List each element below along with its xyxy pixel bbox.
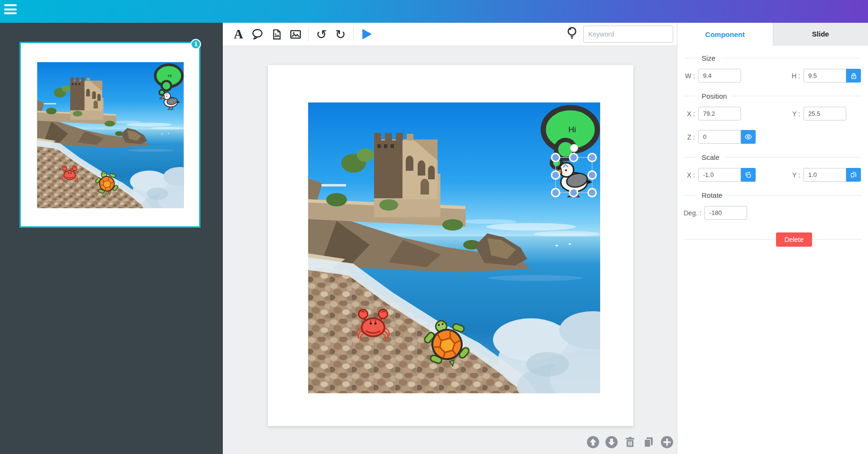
delete-component-button[interactable]: Delete xyxy=(776,232,812,247)
play-icon xyxy=(360,28,373,40)
rotate-deg-input[interactable] xyxy=(704,206,747,220)
present-button[interactable] xyxy=(358,26,375,42)
toolbar-separator xyxy=(353,27,354,41)
duplicate-icon xyxy=(642,435,655,449)
rotate-handle[interactable] xyxy=(570,144,578,152)
eye-icon xyxy=(744,133,752,141)
flip-horizontal-button[interactable] xyxy=(741,168,756,182)
selection-handle[interactable] xyxy=(570,189,578,197)
send-backward-button[interactable] xyxy=(605,435,618,449)
selection-handle[interactable] xyxy=(588,154,596,162)
position-x-label: X : xyxy=(684,110,695,118)
lightbulb-icon xyxy=(566,26,578,40)
position-x-input[interactable] xyxy=(698,107,741,120)
inspector-panel: Component Slide Size W : H : xyxy=(677,23,868,454)
scale-x-label: X : xyxy=(684,171,695,179)
height-label: H : xyxy=(789,72,800,80)
arrow-up-circle-icon xyxy=(586,435,600,449)
toolbar-separator xyxy=(308,27,309,41)
scale-y-input[interactable] xyxy=(804,168,846,182)
selection-handle[interactable] xyxy=(552,154,560,162)
selection-handle[interactable] xyxy=(552,171,560,179)
redo-button[interactable]: ↻ xyxy=(332,26,348,42)
selection-handle[interactable] xyxy=(588,189,596,197)
keyword-search-input[interactable] xyxy=(583,26,673,43)
selection-handle[interactable] xyxy=(570,154,578,162)
slide-thumbnail-preview xyxy=(37,62,184,208)
trash-icon xyxy=(623,435,637,449)
arrow-down-circle-icon xyxy=(605,435,618,449)
add-speech-bubble-button[interactable] xyxy=(249,26,265,42)
lock-icon xyxy=(850,72,858,80)
size-section-title: Size xyxy=(684,54,862,62)
rotate-section-title: Rotate xyxy=(684,191,862,199)
slide-photo[interactable] xyxy=(308,102,600,393)
layer-actions-bar xyxy=(586,435,674,449)
width-input[interactable] xyxy=(698,69,741,83)
editor-canvas-area: A ↺ ↻ xyxy=(223,23,677,454)
lock-ratio-button[interactable] xyxy=(846,69,861,83)
add-image-button[interactable] xyxy=(287,26,303,42)
visibility-button[interactable] xyxy=(741,130,756,144)
flip-vertical-button[interactable] xyxy=(846,168,861,182)
delete-slide-button[interactable] xyxy=(623,435,637,449)
add-clipart-button[interactable] xyxy=(268,26,284,42)
speech-bubble-icon xyxy=(251,28,264,40)
duplicate-slide-button[interactable] xyxy=(642,435,655,449)
slide-thumbnail[interactable]: 1 xyxy=(19,42,201,228)
slide-page[interactable] xyxy=(268,65,633,426)
tab-component[interactable]: Component xyxy=(677,23,773,46)
slides-sidebar: 1 xyxy=(0,23,223,454)
inspector-tabs: Component Slide xyxy=(677,23,868,46)
document-image-icon xyxy=(271,28,283,40)
delete-row: Delete xyxy=(684,232,862,247)
plus-circle-icon xyxy=(660,435,674,449)
top-bar xyxy=(0,0,868,23)
selection-handle[interactable] xyxy=(552,189,560,197)
position-z-input[interactable] xyxy=(698,130,741,144)
selection-handle[interactable] xyxy=(588,171,596,179)
slide-number-badge: 1 xyxy=(191,39,201,49)
height-input[interactable] xyxy=(804,69,846,83)
position-y-label: Y : xyxy=(789,110,800,118)
flip-horizontal-icon xyxy=(744,171,752,179)
position-z-label: Z : xyxy=(684,133,695,141)
undo-icon: ↺ xyxy=(316,28,327,41)
width-label: W : xyxy=(684,72,695,80)
bring-forward-button[interactable] xyxy=(586,435,600,449)
image-icon xyxy=(289,28,302,41)
add-slide-button[interactable] xyxy=(660,435,674,449)
rotate-deg-label: Deg. : xyxy=(684,209,701,217)
text-tool-icon: A xyxy=(234,28,243,41)
scale-section-title: Scale xyxy=(684,153,862,161)
position-y-input[interactable] xyxy=(804,107,846,120)
undo-button[interactable]: ↺ xyxy=(313,26,329,42)
hamburger-menu-icon[interactable] xyxy=(4,4,20,19)
scale-y-label: Y : xyxy=(789,171,800,179)
scale-x-input[interactable] xyxy=(698,168,741,182)
position-section-title: Position xyxy=(684,92,862,100)
tab-slide[interactable]: Slide xyxy=(773,23,868,46)
add-text-button[interactable]: A xyxy=(230,26,247,42)
editor-toolbar: A ↺ ↻ xyxy=(223,23,677,46)
flip-vertical-icon xyxy=(850,171,858,179)
redo-icon: ↻ xyxy=(335,28,346,41)
idea-search-button[interactable] xyxy=(566,26,578,42)
